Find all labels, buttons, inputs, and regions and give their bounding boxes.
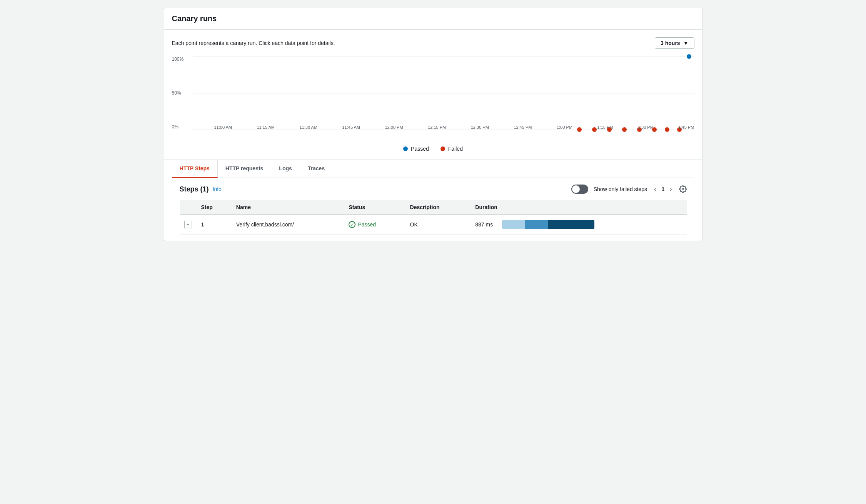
x-label-11: 1:45 PM bbox=[678, 125, 694, 130]
chart-x-axis: 11:00 AM 11:15 AM 11:30 AM 11:45 AM 12:0… bbox=[214, 125, 694, 130]
tab-traces[interactable]: Traces bbox=[300, 160, 332, 178]
steps-table: Step Name Status Description Duration + bbox=[180, 200, 687, 235]
next-page-button[interactable]: › bbox=[668, 184, 673, 194]
chart-legend: Passed Failed bbox=[172, 146, 694, 152]
grid-line-0 bbox=[193, 130, 694, 130]
y-label-100: 100% bbox=[172, 57, 191, 62]
time-range-button[interactable]: 3 hours ▼ bbox=[655, 37, 694, 49]
chart-plot: 11:00 AM 11:15 AM 11:30 AM 11:45 AM 12:0… bbox=[193, 57, 694, 130]
settings-icon[interactable] bbox=[679, 185, 687, 193]
grid-line-100 bbox=[193, 57, 694, 57]
x-label-5: 12:15 PM bbox=[428, 125, 446, 130]
col-step: Step bbox=[197, 200, 232, 215]
steps-section: Steps (1) Info Show only failed steps ‹ … bbox=[172, 178, 694, 241]
tabs-container: HTTP Steps HTTP requests Logs Traces Ste… bbox=[164, 160, 702, 241]
prev-page-button[interactable]: ‹ bbox=[652, 184, 657, 194]
legend-failed-label: Failed bbox=[448, 146, 463, 152]
chart-area: 100% 50% 0% bbox=[172, 57, 694, 141]
x-label-6: 12:30 PM bbox=[471, 125, 489, 130]
col-duration: Duration bbox=[471, 200, 686, 215]
duration-bar bbox=[502, 220, 594, 229]
col-description: Description bbox=[405, 200, 471, 215]
legend-failed: Failed bbox=[441, 146, 463, 152]
legend-failed-dot bbox=[441, 146, 445, 151]
tabs-row: HTTP Steps HTTP requests Logs Traces bbox=[172, 160, 694, 178]
status-passed: ✓ Passed bbox=[349, 221, 400, 228]
duration-container: 887 ms bbox=[475, 220, 682, 229]
status-check-icon: ✓ bbox=[349, 221, 355, 228]
steps-title-text: Steps (1) bbox=[180, 185, 209, 193]
duration-value: 887 ms bbox=[475, 221, 498, 228]
y-label-0: 0% bbox=[172, 124, 191, 130]
legend-passed: Passed bbox=[403, 146, 429, 152]
data-point-passed[interactable] bbox=[687, 54, 691, 59]
cell-description: OK bbox=[405, 215, 471, 235]
x-label-7: 12:45 PM bbox=[514, 125, 532, 130]
dropdown-icon: ▼ bbox=[683, 40, 689, 46]
toggle-knob bbox=[572, 185, 580, 193]
cell-status: ✓ Passed bbox=[344, 215, 405, 235]
tab-http-requests-label: HTTP requests bbox=[225, 165, 264, 171]
table-row: + 1 Verify client.badssl.com/ ✓ Passed O… bbox=[180, 215, 687, 235]
tab-http-requests[interactable]: HTTP requests bbox=[218, 160, 272, 178]
pagination: ‹ 1 › bbox=[652, 184, 673, 194]
steps-header: Steps (1) Info Show only failed steps ‹ … bbox=[180, 184, 687, 194]
x-label-8: 1:00 PM bbox=[557, 125, 572, 130]
toggle-label: Show only failed steps bbox=[594, 186, 647, 192]
page-title: Canary runs bbox=[172, 14, 217, 23]
col-expand bbox=[180, 200, 197, 215]
steps-controls: Show only failed steps ‹ 1 › bbox=[571, 184, 687, 194]
cell-step: 1 bbox=[197, 215, 232, 235]
legend-passed-label: Passed bbox=[411, 146, 429, 152]
duration-seg-mid bbox=[525, 220, 548, 229]
chart-description: Each point represents a canary run. Clic… bbox=[172, 40, 335, 46]
svg-point-0 bbox=[682, 188, 684, 190]
duration-seg-light bbox=[502, 220, 525, 229]
legend-passed-dot bbox=[403, 146, 408, 151]
tab-traces-label: Traces bbox=[308, 165, 325, 171]
time-range-label: 3 hours bbox=[661, 40, 680, 46]
duration-seg-dark bbox=[548, 220, 594, 229]
cell-duration: 887 ms bbox=[471, 215, 686, 235]
steps-title-group: Steps (1) Info bbox=[180, 185, 222, 193]
col-name: Name bbox=[232, 200, 344, 215]
status-label: Passed bbox=[358, 221, 376, 228]
chart-y-axis: 100% 50% 0% bbox=[172, 57, 191, 130]
tab-logs[interactable]: Logs bbox=[271, 160, 300, 178]
failed-steps-toggle[interactable] bbox=[571, 185, 588, 194]
tab-logs-label: Logs bbox=[279, 165, 292, 171]
expand-button[interactable]: + bbox=[184, 221, 192, 228]
tab-http-steps-label: HTTP Steps bbox=[180, 165, 210, 171]
x-label-9: 1:15 PM bbox=[597, 125, 613, 130]
x-label-1: 11:15 AM bbox=[257, 125, 275, 130]
x-label-2: 11:30 AM bbox=[300, 125, 317, 130]
tab-http-steps[interactable]: HTTP Steps bbox=[172, 160, 218, 178]
col-status: Status bbox=[344, 200, 405, 215]
cell-name: Verify client.badssl.com/ bbox=[232, 215, 344, 235]
info-link[interactable]: Info bbox=[213, 186, 222, 192]
x-label-4: 12:00 PM bbox=[385, 125, 403, 130]
x-label-3: 11:45 AM bbox=[342, 125, 360, 130]
x-label-0: 11:00 AM bbox=[214, 125, 232, 130]
page-number: 1 bbox=[661, 186, 664, 192]
grid-line-50 bbox=[193, 93, 694, 93]
x-label-10: 1:30 PM bbox=[638, 125, 654, 130]
y-label-50: 50% bbox=[172, 90, 191, 96]
